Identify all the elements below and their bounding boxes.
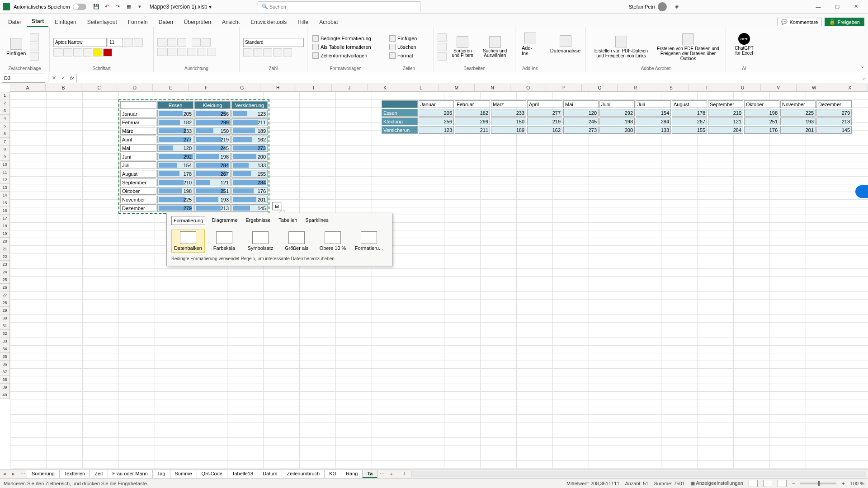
tab-ansicht[interactable]: Ansicht [217, 17, 244, 27]
t1-cell[interactable]: Oktober [120, 187, 156, 195]
t2-cell[interactable]: Essen [382, 109, 418, 117]
qa-item-datenbalken[interactable]: Datenbalken [171, 230, 205, 253]
sheet-tab-summe[interactable]: Summe [170, 470, 197, 478]
t2-cell[interactable]: 189 [491, 126, 526, 134]
qat-more-icon[interactable]: ▾ [135, 2, 145, 12]
t2-cell[interactable]: 233 [491, 109, 526, 117]
qa-item-groesserals[interactable]: Größer als [280, 230, 313, 253]
view-normal-icon[interactable] [749, 480, 758, 487]
t2-cell[interactable]: 200 [599, 126, 635, 134]
t2-hdr[interactable]: August [672, 100, 707, 108]
qa-item-obere10[interactable]: Obere 10 % [316, 230, 349, 253]
t1-cell[interactable]: 205 [157, 110, 193, 117]
t2-cell[interactable]: 225 [780, 109, 816, 117]
row-17[interactable]: 17 [0, 215, 9, 222]
toggle-off-icon[interactable] [73, 4, 86, 10]
align-top-icon[interactable] [157, 38, 166, 47]
search-input[interactable]: 🔍 Suchen [258, 1, 420, 12]
row-16[interactable]: 16 [0, 207, 9, 215]
col-U[interactable]: U [725, 84, 761, 91]
t2-hdr[interactable]: Juni [599, 100, 635, 108]
sheet-tab-tag[interactable]: Tag [153, 470, 170, 478]
t2-cell[interactable]: Kleidung [382, 117, 418, 125]
decrease-font-icon[interactable] [134, 38, 143, 47]
t2-hdr[interactable]: Juli [636, 100, 671, 108]
filename[interactable]: Mappe3 (version 1).xlsb ▾ [150, 4, 212, 10]
sheet-tab-tabelle18[interactable]: Tabelle18 [227, 470, 258, 478]
col-I[interactable]: I [296, 84, 332, 91]
col-C[interactable]: C [81, 84, 117, 91]
row-31[interactable]: 31 [0, 322, 9, 330]
column-headers[interactable]: ABCDEFGHIJKLMNOPQRSTUVWX [10, 84, 868, 92]
sheet-nav-more[interactable]: ⋯ [18, 471, 27, 477]
t1-cell[interactable]: 154 [157, 161, 193, 169]
t2-cell[interactable]: 121 [708, 117, 743, 125]
table-format-button[interactable]: Als Tabelle formatieren [311, 43, 380, 51]
t1-cell[interactable]: 273 [231, 144, 268, 152]
t2-cell[interactable]: 150 [491, 117, 526, 125]
t1-cell[interactable]: 120 [157, 144, 193, 152]
col-W[interactable]: W [797, 84, 832, 91]
t2-cell[interactable]: 299 [455, 117, 490, 125]
t1-cell[interactable]: 150 [194, 127, 231, 135]
horizontal-scrollbar[interactable] [411, 471, 866, 477]
sheet-tab-qr-code[interactable]: QR-Code [197, 470, 227, 478]
zoom-slider[interactable] [800, 483, 836, 484]
t2-cell[interactable]: 155 [672, 126, 707, 134]
row-6[interactable]: 6 [0, 130, 9, 138]
t2-hdr[interactable]: Februar [455, 100, 490, 108]
col-D[interactable]: D [117, 84, 153, 91]
t1-cell[interactable]: 251 [194, 187, 231, 195]
t2-hdr[interactable]: Mai [563, 100, 599, 108]
t1-cell[interactable]: 178 [157, 170, 193, 178]
t1-cell[interactable]: 267 [194, 170, 231, 178]
sheet-add-icon[interactable]: + [387, 471, 396, 477]
accounting-icon[interactable] [243, 48, 252, 56]
format-painter-icon[interactable] [30, 52, 39, 61]
t2-cell[interactable]: 198 [599, 117, 635, 125]
t1-cell[interactable]: August [120, 170, 156, 178]
clear-icon[interactable] [438, 52, 447, 61]
t1-cell[interactable]: 213 [194, 204, 231, 212]
find-select-button[interactable]: Suchen und Auswählen [478, 33, 511, 61]
row-11[interactable]: 11 [0, 169, 9, 176]
t2-cell[interactable]: 182 [455, 109, 490, 117]
row-1[interactable]: 1 [0, 92, 9, 99]
zoom-in-icon[interactable]: + [842, 481, 844, 486]
row-22[interactable]: 22 [0, 253, 9, 261]
col-J[interactable]: J [332, 84, 368, 91]
t2-cell[interactable]: 162 [527, 126, 562, 134]
t2-cell[interactable]: 219 [527, 117, 562, 125]
col-B[interactable]: B [46, 84, 81, 91]
t2-cell[interactable]: 176 [744, 126, 779, 134]
t1-cell[interactable]: Juni [120, 153, 156, 160]
t1-cell[interactable]: 193 [194, 196, 231, 203]
t2-cell[interactable]: 198 [744, 109, 779, 117]
t2-hdr[interactable]: Januar [419, 100, 454, 108]
row-20[interactable]: 20 [0, 238, 9, 245]
row-40[interactable]: 40 [0, 391, 9, 399]
bold-icon[interactable] [53, 48, 62, 56]
col-Q[interactable]: Q [582, 84, 618, 91]
t2-hdr[interactable]: März [491, 100, 526, 108]
row-34[interactable]: 34 [0, 345, 9, 353]
row-9[interactable]: 9 [0, 153, 9, 161]
align-center-icon[interactable] [167, 48, 176, 56]
row-2[interactable]: 2 [0, 99, 9, 107]
t1-cell[interactable]: 121 [194, 178, 231, 186]
t1-cell[interactable]: 123 [231, 110, 268, 117]
t2-cell[interactable]: 284 [636, 117, 671, 125]
col-P[interactable]: P [546, 84, 582, 91]
dec-dec-icon[interactable] [283, 48, 292, 56]
t1-cell[interactable]: 277 [157, 136, 193, 143]
col-A[interactable]: A [10, 84, 46, 91]
t2-cell[interactable]: 251 [744, 117, 779, 125]
row-25[interactable]: 25 [0, 276, 9, 284]
t1-cell[interactable]: 198 [194, 153, 231, 160]
t2-cell[interactable]: Versicherun [382, 126, 418, 134]
worksheet-grid[interactable]: ABCDEFGHIJKLMNOPQRSTUVWX 123456789101112… [0, 84, 868, 469]
delete-cells-button[interactable]: Löschen [388, 43, 430, 51]
t2-cell[interactable]: 245 [563, 117, 599, 125]
sheet-tab-kg[interactable]: KG [325, 470, 341, 478]
view-pagebreak-icon[interactable] [778, 480, 787, 487]
